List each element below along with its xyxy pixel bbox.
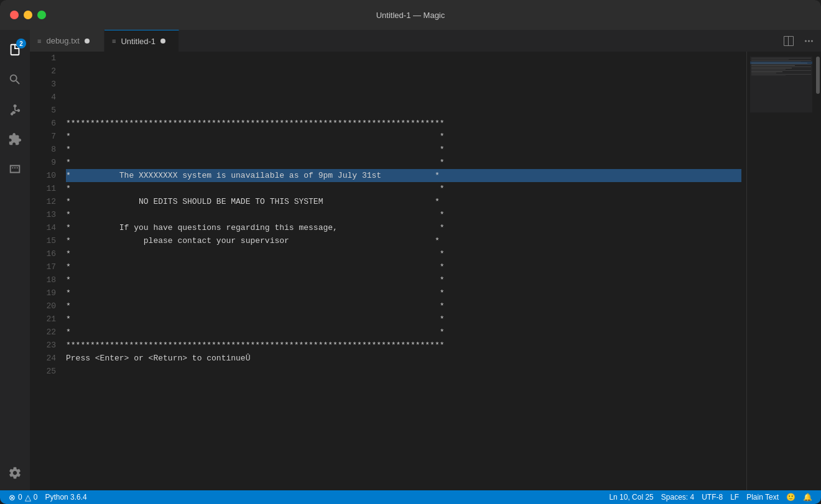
editor-content: 1234567891011121314151617181920212223242… <box>30 52 821 490</box>
window-title: Untitled-1 — Magic <box>376 11 445 20</box>
code-line: * * <box>66 286 741 300</box>
svg-rect-11 <box>751 70 811 71</box>
maximize-button[interactable] <box>37 11 46 19</box>
svg-rect-12 <box>751 71 782 72</box>
code-line: * * <box>66 326 741 339</box>
svg-rect-3 <box>751 60 811 61</box>
tab-label: debug.txt <box>46 36 80 45</box>
code-line: * * <box>66 208 741 221</box>
code-line <box>66 91 741 104</box>
code-line: * * <box>66 130 741 143</box>
line-number: 5 <box>40 104 56 117</box>
notification-bell[interactable]: 🔔 <box>799 493 816 502</box>
line-number: 15 <box>40 234 56 247</box>
sidebar-item-extensions[interactable] <box>0 124 30 154</box>
code-line: * * <box>66 143 741 156</box>
code-line: * * <box>66 260 741 273</box>
encoding[interactable]: UTF-8 <box>698 493 726 502</box>
line-number: 20 <box>40 300 56 313</box>
line-number: 18 <box>40 273 56 286</box>
line-number: 3 <box>40 78 56 91</box>
minimap <box>746 52 815 490</box>
svg-rect-2 <box>751 59 789 60</box>
minimize-button[interactable] <box>24 11 32 19</box>
tab-bar-actions <box>781 30 821 52</box>
line-ending[interactable]: LF <box>726 493 743 502</box>
cursor-position[interactable]: Ln 10, Col 25 <box>605 493 657 502</box>
line-numbers: 1234567891011121314151617181920212223242… <box>30 52 61 490</box>
sidebar-item-source-control[interactable] <box>0 94 30 124</box>
status-left: ⊗ 0 △ 0 Python 3.6.4 <box>5 493 91 502</box>
status-right: Ln 10, Col 25 Spaces: 4 UTF-8 LF Plain T… <box>605 493 816 502</box>
file-type-label: Plain Text <box>746 493 779 502</box>
modified-dot <box>85 39 90 44</box>
main-container: 2 <box>0 30 821 490</box>
indentation[interactable]: Spaces: 4 <box>657 493 698 502</box>
line-number: 14 <box>40 221 56 234</box>
line-number: 13 <box>40 208 56 221</box>
smiley-button[interactable]: 🙂 <box>782 493 799 502</box>
svg-rect-14 <box>751 74 811 75</box>
language-label: Python 3.6.4 <box>45 493 86 502</box>
line-number: 4 <box>40 91 56 104</box>
close-button[interactable] <box>10 11 19 19</box>
code-line <box>66 104 741 117</box>
spaces-label: Spaces: 4 <box>661 493 694 502</box>
settings-icon[interactable] <box>0 460 30 490</box>
line-number: 12 <box>40 195 56 208</box>
line-number: 21 <box>40 313 56 326</box>
scrollbar[interactable] <box>815 52 821 490</box>
activity-bar: 2 <box>0 30 30 490</box>
sidebar-item-explorer[interactable]: 2 <box>0 35 30 65</box>
line-number: 8 <box>40 143 56 156</box>
code-line: * * <box>66 182 741 195</box>
error-count[interactable]: ⊗ 0 △ 0 <box>5 493 41 502</box>
tab-untitled-1[interactable]: ≡ Untitled-1 <box>104 30 179 52</box>
code-line: * * <box>66 156 741 169</box>
code-line: * please contact your supervisor * <box>66 234 741 247</box>
bell-icon: 🔔 <box>803 493 812 502</box>
code-line: * If you have questions regarding this m… <box>66 221 741 234</box>
error-icon: ⊗ <box>9 493 16 502</box>
code-line <box>66 365 741 378</box>
language-version[interactable]: Python 3.6.4 <box>41 493 90 502</box>
svg-rect-8 <box>751 66 811 67</box>
file-icon-2: ≡ <box>112 37 116 45</box>
line-number: 25 <box>40 365 56 378</box>
more-actions-button[interactable] <box>801 34 816 48</box>
code-line: * The XXXXXXXX system is unavailable as … <box>66 169 741 182</box>
tab-debug-txt[interactable]: ≡ debug.txt <box>30 30 104 52</box>
line-number: 16 <box>40 247 56 260</box>
sidebar-item-group[interactable] <box>0 154 30 184</box>
file-type[interactable]: Plain Text <box>743 493 782 502</box>
svg-rect-10 <box>751 69 786 70</box>
svg-rect-1 <box>751 58 811 58</box>
titlebar: Untitled-1 — Magic <box>0 0 821 30</box>
svg-rect-15 <box>751 75 786 76</box>
code-editor[interactable]: ****************************************… <box>61 52 746 490</box>
position-label: Ln 10, Col 25 <box>609 493 653 502</box>
svg-rect-13 <box>751 73 776 73</box>
split-editor-button[interactable] <box>781 34 796 48</box>
line-number: 22 <box>40 326 56 339</box>
svg-rect-6 <box>751 64 811 65</box>
sidebar-item-search[interactable] <box>0 65 30 94</box>
warning-number: 0 <box>34 493 38 502</box>
line-number: 6 <box>40 117 56 130</box>
encoding-label: UTF-8 <box>702 493 723 502</box>
line-number: 11 <box>40 182 56 195</box>
code-line <box>66 52 741 65</box>
code-line: * * <box>66 313 741 326</box>
line-number: 23 <box>40 339 56 352</box>
line-number: 2 <box>40 65 56 78</box>
line-ending-label: LF <box>730 493 739 502</box>
line-number: 1 <box>40 52 56 65</box>
line-number: 24 <box>40 352 56 365</box>
code-line: ****************************************… <box>66 117 741 130</box>
code-line: Press <Enter> or <Return> to continueÛ <box>66 352 741 365</box>
code-line <box>66 65 741 78</box>
warning-icon: △ <box>25 493 31 502</box>
svg-rect-16 <box>750 62 812 64</box>
error-number: 0 <box>18 493 22 502</box>
code-line: * NO EDITS SHOULD BE MADE TO THIS SYSTEM… <box>66 195 741 208</box>
